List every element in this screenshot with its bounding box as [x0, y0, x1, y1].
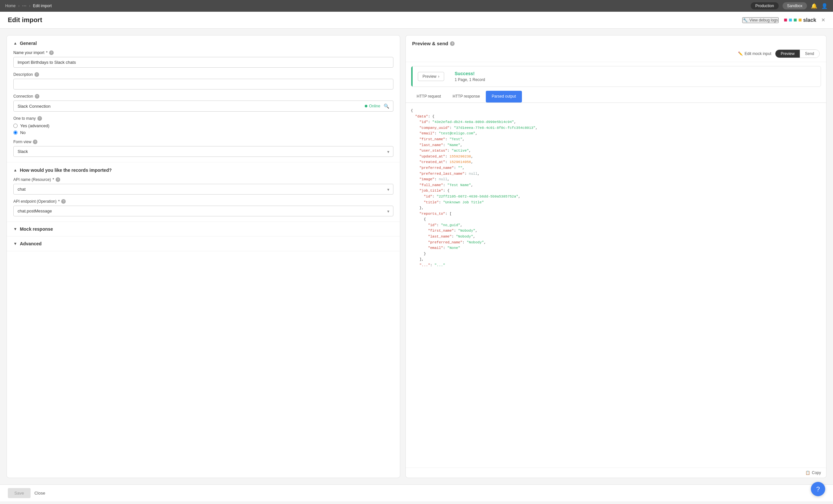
radio-no-input[interactable]	[13, 130, 18, 135]
api-endpoint-label: API endpoint (Operation) * ?	[13, 199, 394, 204]
online-dot	[365, 105, 367, 107]
connection-search-icon[interactable]: 🔍	[384, 103, 389, 109]
main-content: ▲ General Name your import * ? Descripti…	[0, 29, 833, 484]
breadcrumb-sep1: ›	[18, 4, 20, 8]
api-endpoint-help-icon[interactable]: ?	[61, 199, 66, 204]
success-text: Success!	[455, 71, 815, 76]
tab-parsed-output[interactable]: Parsed output	[486, 91, 522, 102]
tab-http-request[interactable]: HTTP request	[411, 91, 447, 102]
description-field-group: Description ?	[13, 72, 394, 90]
record-text: 1 Page, 1 Record	[455, 77, 815, 82]
page-title: Edit import	[8, 16, 42, 24]
connection-label: Connection ?	[13, 94, 394, 99]
collapse-icon: ▲	[13, 41, 17, 46]
form-view-select[interactable]: Slack	[13, 146, 394, 157]
edit-mock-button[interactable]: ✏️ Edit mock input	[738, 51, 771, 56]
name-field-group: Name your import * ?	[13, 50, 394, 68]
production-env-button[interactable]: Production	[751, 2, 778, 9]
home-link[interactable]: Home	[5, 4, 16, 8]
description-input[interactable]	[13, 79, 394, 90]
form-view-field-group: Form view ? Slack	[13, 140, 394, 157]
radio-yes-item[interactable]: Yes (advanced)	[13, 123, 394, 128]
connection-field-group: Connection ? Slack Connection Online 🔍	[13, 94, 394, 112]
advanced-expand-icon: ▼	[13, 241, 17, 246]
advanced-section[interactable]: ▼ Advanced	[7, 237, 400, 251]
close-footer-button[interactable]: Close	[34, 491, 45, 496]
user-icon[interactable]: 👤	[821, 3, 828, 9]
radio-yes-label: Yes (advanced)	[20, 123, 49, 128]
copy-btn-area: 📋 Copy	[406, 467, 826, 478]
json-output: { "data": { "id": "43e2efad-db24-4e8a-80…	[406, 103, 826, 467]
api-name-select[interactable]: chat	[13, 184, 394, 195]
connection-help-icon[interactable]: ?	[35, 94, 39, 99]
api-name-field-group: API name (Resource) * ? chat	[13, 177, 394, 195]
form-view-label: Form view ?	[13, 140, 394, 144]
description-help-icon[interactable]: ?	[34, 72, 39, 77]
page-footer: Save Close	[0, 484, 833, 501]
debug-icon: 🔧	[743, 18, 748, 22]
save-button[interactable]: Save	[8, 488, 30, 498]
preview-send-toggle: Preview Send	[775, 49, 820, 58]
connection-value: Slack Connection	[18, 104, 50, 109]
general-section-title: General	[20, 41, 37, 46]
left-panel: ▲ General Name your import * ? Descripti…	[6, 35, 400, 478]
slack-logo: ■■■■ slack	[784, 17, 816, 23]
preview-help-icon[interactable]: ?	[450, 41, 455, 46]
import-section-title: How would you like the records imported?	[20, 168, 112, 173]
copy-icon: 📋	[805, 471, 810, 475]
general-section: ▲ General Name your import * ? Descripti…	[7, 35, 400, 162]
import-section-header[interactable]: ▲ How would you like the records importe…	[13, 168, 394, 173]
sandbox-env-button[interactable]: Sandbox	[783, 2, 807, 9]
api-name-label: API name (Resource) * ?	[13, 177, 394, 182]
close-button[interactable]: ×	[821, 16, 825, 24]
name-help-icon[interactable]: ?	[49, 50, 54, 55]
radio-yes-input[interactable]	[13, 124, 18, 128]
name-input[interactable]	[13, 57, 394, 68]
debug-logs-button[interactable]: 🔧 View debug logs	[742, 17, 779, 23]
preview-action-button[interactable]: Preview ›	[418, 72, 445, 81]
name-label: Name your import * ?	[13, 50, 394, 55]
one-to-many-label: One to many ?	[13, 116, 394, 121]
chevron-right-icon: ›	[438, 74, 439, 79]
mock-section[interactable]: ▼ Mock response	[7, 222, 400, 237]
preview-result-text: Success! 1 Page, 1 Record	[449, 66, 820, 87]
preview-header: Preview & send ? ✏️ Edit mock input Prev…	[406, 35, 826, 62]
page-header: Edit import 🔧 View debug logs ■■■■ slack…	[0, 12, 833, 29]
preview-controls: ✏️ Edit mock input Preview Send	[412, 49, 820, 58]
one-to-many-help-icon[interactable]: ?	[38, 116, 42, 121]
env-switcher: Production Sandbox 🔔 👤	[751, 2, 828, 9]
preview-toggle-button[interactable]: Preview	[776, 50, 800, 57]
breadcrumb-current: Edit import	[33, 4, 51, 8]
one-to-many-field-group: One to many ? Yes (advanced) No	[13, 116, 394, 135]
breadcrumb-sep2: ›	[29, 4, 30, 8]
general-section-header[interactable]: ▲ General	[13, 41, 394, 46]
top-nav: Home › ··· › Edit import Production Sand…	[0, 0, 833, 12]
send-toggle-button[interactable]: Send	[800, 50, 819, 57]
help-fab[interactable]: ?	[811, 482, 825, 496]
api-endpoint-field-group: API endpoint (Operation) * ? chat.postMe…	[13, 199, 394, 216]
import-collapse-icon: ▲	[13, 168, 17, 172]
mock-section-title: Mock response	[20, 226, 53, 232]
form-view-help-icon[interactable]: ?	[33, 140, 38, 144]
connection-field[interactable]: Slack Connection Online 🔍	[13, 100, 394, 112]
form-view-select-wrapper: Slack	[13, 146, 394, 157]
online-badge: Online	[365, 104, 380, 109]
api-name-help-icon[interactable]: ?	[56, 177, 60, 182]
radio-no-item[interactable]: No	[13, 130, 394, 135]
right-panel: Preview & send ? ✏️ Edit mock input Prev…	[405, 35, 827, 478]
output-tabs: HTTP request HTTP response Parsed output	[406, 91, 826, 103]
description-label: Description ?	[13, 72, 394, 77]
radio-no-label: No	[20, 130, 26, 135]
copy-button[interactable]: 📋 Copy	[805, 471, 821, 475]
breadcrumb: Home › ··· › Edit import	[5, 3, 52, 9]
breadcrumb-dots[interactable]: ···	[22, 3, 26, 9]
help-icon: ?	[816, 485, 820, 493]
api-endpoint-select[interactable]: chat.postMessage	[13, 206, 394, 216]
api-endpoint-select-wrapper: chat.postMessage	[13, 206, 394, 216]
notification-icon[interactable]: 🔔	[811, 3, 817, 9]
header-actions: 🔧 View debug logs ■■■■ slack ×	[742, 16, 825, 24]
tab-http-response[interactable]: HTTP response	[447, 91, 486, 102]
advanced-section-title: Advanced	[20, 241, 42, 246]
api-name-select-wrapper: chat	[13, 184, 394, 195]
edit-icon: ✏️	[738, 51, 743, 56]
